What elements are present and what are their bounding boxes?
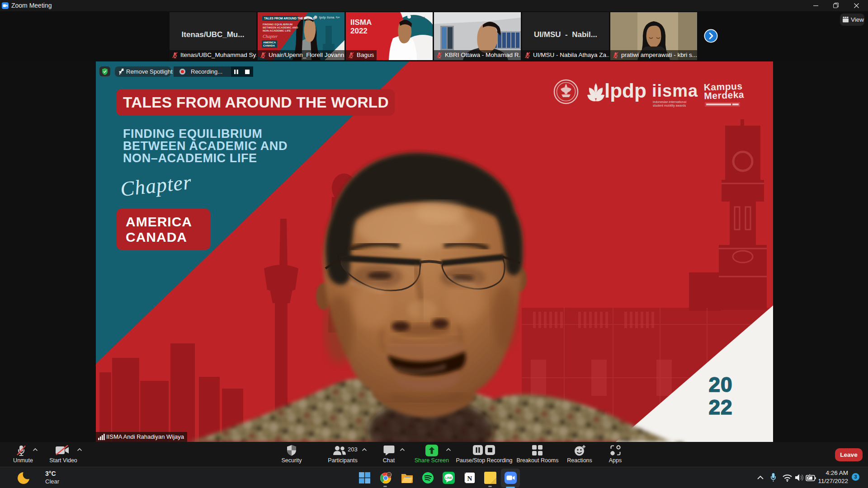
svg-text:IISMA: IISMA bbox=[350, 18, 372, 27]
svg-text:NON-ACADEMIC LIFE: NON-ACADEMIC LIFE bbox=[263, 29, 291, 32]
svg-text:TALES FROM AROUND THE WORLD: TALES FROM AROUND THE WORLD bbox=[264, 17, 315, 20]
svg-text:lpdp: lpdp bbox=[319, 16, 326, 19]
svg-text:BETWEEN ACADEMIC AND: BETWEEN ACADEMIC AND bbox=[263, 26, 298, 29]
svg-text:iisma: iisma bbox=[327, 16, 335, 19]
svg-text:2022: 2022 bbox=[350, 27, 368, 35]
svg-text:LINE: LINE bbox=[445, 476, 453, 479]
svg-text:Chapter: Chapter bbox=[263, 34, 278, 39]
svg-text:CANADA: CANADA bbox=[263, 44, 275, 47]
svg-text:lpdp iisma: lpdp iisma bbox=[413, 16, 425, 19]
svg-text:FINDING EQUILIBRIUM: FINDING EQUILIBRIUM bbox=[263, 23, 292, 26]
svg-text:AMERICA: AMERICA bbox=[263, 41, 276, 44]
svg-text:Kpn: Kpn bbox=[336, 16, 340, 19]
svg-text:N: N bbox=[467, 475, 472, 482]
